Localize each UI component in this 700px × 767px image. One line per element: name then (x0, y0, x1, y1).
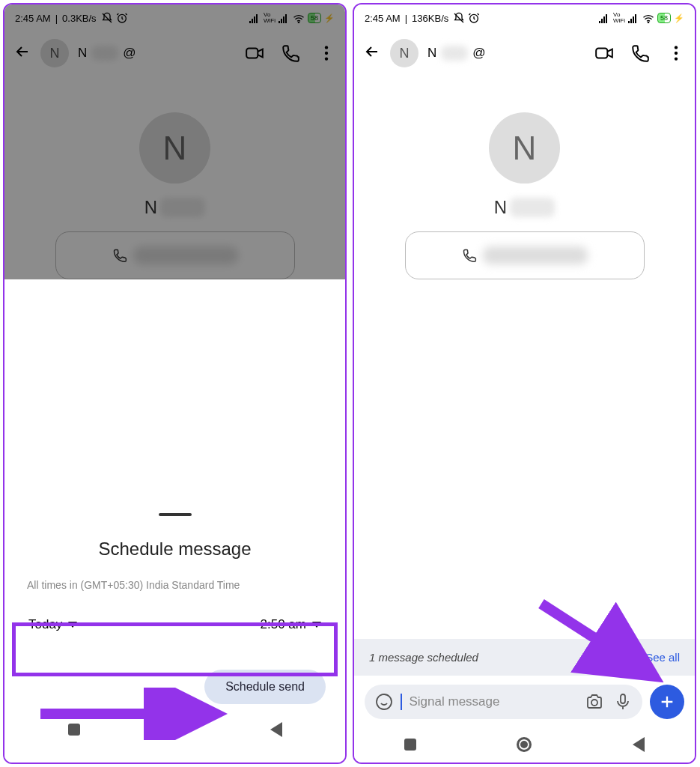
nav-back-icon[interactable] (270, 722, 282, 737)
back-button[interactable] (13, 43, 31, 64)
message-placeholder: Signal message (410, 694, 579, 709)
camera-icon[interactable] (585, 693, 603, 711)
svg-point-14 (675, 57, 678, 60)
phone-number-pill[interactable] (405, 231, 645, 279)
svg-point-4 (325, 46, 328, 49)
video-call-icon[interactable] (594, 43, 614, 63)
battery-icon: 58 (657, 13, 671, 23)
alarm-icon (468, 12, 480, 24)
sheet-handle[interactable] (159, 513, 192, 516)
contact-name[interactable]: N @ (427, 46, 585, 61)
nav-home-icon[interactable] (168, 722, 183, 737)
scheduled-text: 1 message scheduled (369, 651, 478, 664)
video-call-icon[interactable] (245, 43, 264, 63)
battery-icon: 58 (308, 13, 321, 23)
nav-home-icon[interactable] (517, 737, 532, 752)
avatar-large[interactable]: N (139, 112, 210, 184)
compose-bar: Signal message (354, 677, 695, 727)
time-picker[interactable]: 2:50 am (261, 617, 321, 632)
phone-number-pill[interactable] (55, 231, 295, 279)
signal-icon (599, 13, 610, 23)
emoji-icon[interactable] (375, 693, 393, 711)
phone-icon (112, 248, 127, 263)
wifi-icon (642, 13, 654, 23)
nav-recents-icon[interactable] (68, 724, 80, 736)
svg-point-15 (377, 694, 392, 709)
phone-icon (462, 248, 477, 263)
status-time: 2:45 AM (15, 13, 51, 24)
status-time: 2:45 AM (365, 13, 401, 24)
contact-name[interactable]: N @ (78, 46, 236, 61)
svg-point-13 (675, 52, 678, 55)
avatar-small[interactable]: N (390, 39, 419, 67)
voice-call-icon[interactable] (630, 43, 650, 63)
nav-bar (354, 727, 695, 763)
scheduled-banner[interactable]: 1 message scheduled See all (354, 639, 695, 676)
signal-icon (628, 13, 639, 23)
message-input[interactable]: Signal message (365, 685, 642, 719)
status-bar: 2:45 AM | 136KB/s VoWiFi 58 ⚡ (354, 4, 695, 31)
chevron-down-icon (312, 622, 321, 628)
top-bar: N N @ (4, 31, 345, 75)
svg-point-5 (325, 52, 328, 55)
svg-point-2 (298, 22, 299, 22)
schedule-sheet: Schedule message All times in (GMT+05:30… (4, 497, 345, 763)
signal-icon (279, 13, 290, 23)
mute-icon (101, 12, 113, 24)
contact-name-large: N (494, 197, 555, 218)
more-icon[interactable] (666, 43, 686, 63)
nav-bar (24, 712, 326, 748)
svg-point-16 (591, 700, 597, 706)
attach-button[interactable] (650, 685, 684, 719)
avatar-small[interactable]: N (40, 39, 69, 67)
voice-call-icon[interactable] (281, 43, 300, 63)
nav-back-icon[interactable] (633, 737, 645, 752)
svg-rect-3 (246, 49, 258, 58)
back-button[interactable] (363, 43, 381, 64)
timezone-note: All times in (GMT+05:30) India Standard … (24, 577, 326, 605)
sheet-title: Schedule message (24, 539, 326, 560)
signal-icon (249, 13, 261, 23)
status-bar: 2:45 AM | 0.3KB/s VoWiFi 58 ⚡ (4, 4, 345, 31)
svg-point-12 (675, 46, 678, 49)
date-picker[interactable]: Today (28, 617, 77, 632)
mute-icon (453, 12, 465, 24)
svg-line-0 (103, 13, 112, 22)
avatar-large[interactable]: N (489, 112, 560, 184)
see-all-link[interactable]: See all (645, 651, 680, 664)
status-net: 136KB/s (412, 13, 448, 24)
svg-point-6 (325, 57, 328, 60)
schedule-send-button[interactable]: Schedule send (204, 670, 326, 704)
wifi-icon (293, 13, 305, 23)
svg-point-1 (118, 14, 126, 22)
chevron-down-icon (68, 622, 77, 628)
status-net: 0.3KB/s (62, 13, 97, 24)
svg-point-10 (648, 22, 648, 22)
alarm-icon (116, 12, 128, 24)
more-icon[interactable] (317, 43, 336, 63)
svg-rect-11 (596, 49, 607, 58)
top-bar: N N @ (354, 31, 695, 75)
svg-rect-17 (621, 694, 625, 703)
contact-name-large: N (144, 197, 205, 218)
mic-icon[interactable] (614, 693, 632, 711)
nav-recents-icon[interactable] (404, 739, 416, 751)
